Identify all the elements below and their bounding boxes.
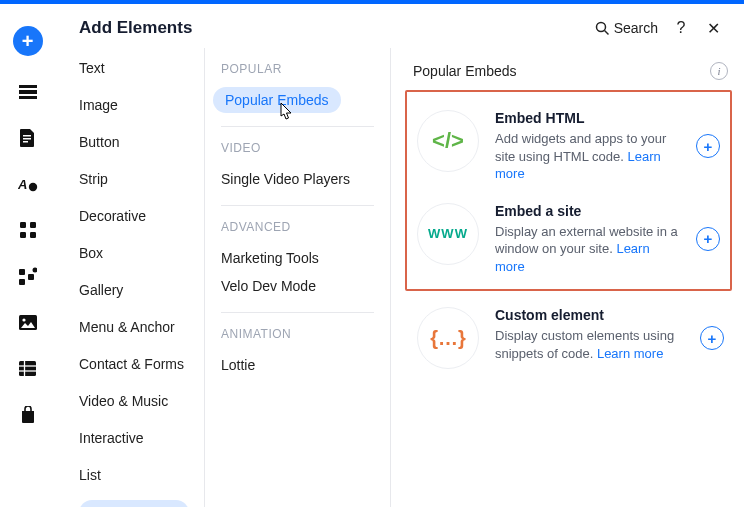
card-description: Display an external website in a window … [495, 223, 680, 276]
svg-rect-8 [20, 222, 26, 228]
results-header: Popular Embeds i [413, 62, 728, 92]
svg-point-7 [28, 183, 36, 191]
card-body: Embed a siteDisplay an external website … [495, 203, 680, 276]
section-icon[interactable] [18, 82, 38, 102]
search-button[interactable]: Search [595, 20, 658, 36]
page-icon[interactable] [18, 128, 38, 148]
category-item[interactable]: Video & Music [79, 389, 192, 413]
store-icon[interactable] [18, 404, 38, 424]
learn-more-link[interactable]: Learn more [597, 346, 663, 361]
results-title: Popular Embeds [413, 63, 517, 79]
svg-rect-4 [23, 138, 31, 140]
embed-card[interactable]: WWWEmbed a siteDisplay an external websi… [413, 193, 724, 286]
add-icon[interactable]: + [13, 26, 43, 56]
category-item[interactable]: Contact & Forms [79, 352, 192, 376]
group-heading: ADVANCED [221, 220, 374, 234]
category-item[interactable]: Text [79, 56, 192, 80]
card-description: Display custom elements using snippets o… [495, 327, 684, 362]
subcategory-item[interactable]: Single Video Players [221, 165, 374, 193]
panel-title: Add Elements [79, 18, 192, 38]
help-icon[interactable]: ? [672, 19, 690, 37]
svg-point-15 [32, 268, 37, 273]
card-description: Add widgets and apps to your site using … [495, 130, 680, 183]
subcategory-item[interactable]: Velo Dev Mode [221, 272, 374, 300]
www-icon: WWW [417, 203, 479, 265]
group-heading: POPULAR [221, 62, 374, 76]
svg-point-22 [596, 22, 605, 31]
card-title: Embed HTML [495, 110, 680, 126]
card-body: Embed HTMLAdd widgets and apps to your s… [495, 110, 680, 183]
category-item[interactable]: Image [79, 93, 192, 117]
category-item[interactable]: Box [79, 241, 192, 265]
svg-rect-1 [19, 90, 37, 94]
svg-rect-18 [19, 361, 36, 376]
subcategory-item[interactable]: Popular Embeds [221, 86, 374, 114]
category-list: TextImageButtonStripDecorativeBoxGallery… [55, 48, 205, 507]
svg-rect-3 [23, 135, 31, 137]
panel-header: Add Elements Search ? ✕ [55, 4, 744, 48]
subcategory-list: POPULARPopular EmbedsVIDEOSingle Video P… [205, 48, 391, 507]
data-icon[interactable] [18, 358, 38, 378]
search-label: Search [614, 20, 658, 36]
highlighted-group: </>Embed HTMLAdd widgets and apps to you… [405, 90, 732, 291]
learn-more-link[interactable]: Learn more [495, 241, 650, 274]
category-item[interactable]: Interactive [79, 426, 192, 450]
category-item[interactable]: Menu & Anchor [79, 315, 192, 339]
category-item[interactable]: Strip [79, 167, 192, 191]
group-heading: VIDEO [221, 141, 374, 155]
embed-card[interactable]: </>Embed HTMLAdd widgets and apps to you… [413, 100, 724, 193]
plugin-icon[interactable] [18, 266, 38, 286]
media-icon[interactable] [18, 312, 38, 332]
svg-rect-10 [20, 232, 26, 238]
category-item[interactable]: List [79, 463, 192, 487]
svg-rect-9 [30, 222, 36, 228]
braces-icon: {…} [417, 307, 479, 369]
svg-text:A: A [18, 177, 27, 192]
category-item[interactable]: Gallery [79, 278, 192, 302]
svg-line-23 [604, 30, 608, 34]
subcategory-item[interactable]: Lottie [221, 351, 374, 379]
design-icon[interactable]: A [18, 174, 38, 194]
panel-columns: TextImageButtonStripDecorativeBoxGallery… [55, 48, 744, 507]
embed-card[interactable]: {…}Custom elementDisplay custom elements… [413, 297, 728, 379]
search-icon [595, 21, 610, 36]
category-item-selected[interactable]: Embed Code [79, 500, 189, 507]
add-button[interactable]: + [696, 134, 720, 158]
code-icon: </> [417, 110, 479, 172]
add-elements-panel: Add Elements Search ? ✕ TextImageButtonS… [55, 4, 744, 507]
svg-rect-11 [30, 232, 36, 238]
subcategory-item[interactable]: Marketing Tools [221, 244, 374, 272]
svg-point-17 [22, 318, 25, 321]
info-icon[interactable]: i [710, 62, 728, 80]
close-icon[interactable]: ✕ [704, 19, 722, 38]
svg-rect-12 [19, 269, 25, 275]
add-button[interactable]: + [696, 227, 720, 251]
svg-rect-5 [23, 141, 28, 143]
svg-rect-14 [28, 274, 34, 280]
learn-more-link[interactable]: Learn more [495, 149, 661, 182]
svg-rect-13 [19, 279, 25, 285]
svg-rect-2 [19, 96, 37, 99]
svg-rect-0 [19, 85, 37, 88]
card-title: Embed a site [495, 203, 680, 219]
apps-icon[interactable] [18, 220, 38, 240]
group-heading: ANIMATION [221, 327, 374, 341]
left-toolbar: + A [0, 4, 55, 507]
card-title: Custom element [495, 307, 684, 323]
results-column: Popular Embeds i </>Embed HTMLAdd widget… [391, 48, 744, 507]
category-item[interactable]: Button [79, 130, 192, 154]
category-item[interactable]: Decorative [79, 204, 192, 228]
card-body: Custom elementDisplay custom elements us… [495, 307, 684, 362]
add-button[interactable]: + [700, 326, 724, 350]
